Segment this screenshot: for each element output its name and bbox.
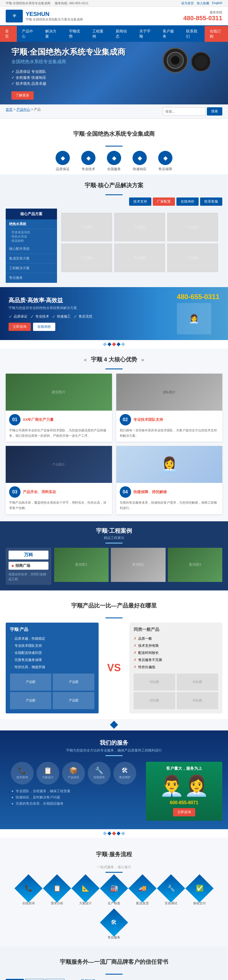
int-label-5: 售后保障 — [158, 167, 172, 172]
hero-more-btn[interactable]: 了解更多 — [11, 91, 34, 100]
process-step-6: 🔧 安装调试 — [160, 877, 182, 905]
comp-other-img-1: 对比图 — [134, 673, 175, 690]
diamond-4: 🏭 — [100, 874, 128, 902]
diamond-8: 🛠 — [100, 908, 128, 937]
sidebar-item-2[interactable]: 核心配件系统 — [6, 244, 57, 254]
diamond-1: 📞 — [14, 874, 43, 902]
process-step-8: 🛠 售后服务 — [103, 911, 125, 940]
int-label-3: 全国服务 — [107, 167, 121, 172]
sidebar-link-5[interactable]: 售后服务 — [9, 275, 54, 280]
deco2-1 — [103, 832, 107, 835]
nav-item-order[interactable]: 在线订购 — [205, 26, 228, 42]
comp-our-2: ✓专业技术团队支持 — [10, 642, 94, 649]
hero-banner: 宇顺·全国绝热水系统专业集成商 全国绝热水系统专业集成商 ✓ 品质保证 专业团队… — [0, 42, 228, 105]
top-bar-homepage[interactable]: 设为首页 — [181, 1, 194, 5]
adv-card-4: 👩‍💼 04 快捷保障、排忧解难 完善的售后服务体系，快速响应客户需求，为您排忧… — [116, 446, 223, 514]
adv-img-4: 👩‍💼 — [116, 446, 223, 483]
sidebar-sub-link-2[interactable]: 绝热水管道 — [11, 234, 51, 239]
diamond-6: 🔧 — [157, 874, 185, 902]
service-person: 👨‍💼👩‍💼 — [150, 774, 218, 797]
diamond-icon-6: 🔧 — [167, 885, 175, 892]
nav-item-advantages[interactable]: 宇顺优势 — [64, 26, 87, 42]
diamond-icon-5: 🚚 — [139, 885, 146, 892]
news-list-header: 最新资讯 — [81, 979, 222, 980]
nav-item-cases[interactable]: 工程案例 — [87, 26, 111, 42]
logo-text: YESHUN — [26, 11, 83, 18]
sidebar-item-5[interactable]: 售后服务 — [6, 273, 57, 283]
qh-4: ✓售后无忧 — [74, 314, 92, 319]
compare-our-items: ✓品质卓越，性能稳定 ✓专业技术团队支持 ✓全国配送快速到货 ✓完善售后服务保障… — [10, 635, 94, 671]
adv-title-1: XX年厂商生产力量 — [23, 417, 54, 422]
service-consult-btn[interactable]: 立即咨询 — [173, 808, 195, 816]
diamond-icon-7: ✅ — [196, 885, 204, 892]
breadcrumb-products[interactable]: 产品中心 — [16, 108, 30, 111]
news-tab-0[interactable]: 行业新闻 — [6, 979, 24, 980]
sidebar-sub-link-1[interactable]: 管道保温系统 — [11, 230, 51, 234]
comp-prod-img-1: 产品图 — [10, 673, 51, 690]
process-step-1: 📞 在线咨询 — [17, 877, 40, 905]
breadcrumb-home[interactable]: 首页 — [6, 108, 13, 111]
diamond-5: 🚚 — [128, 874, 157, 902]
hero-subtitle: 全国绝热水系统专业集成商 — [11, 59, 125, 65]
adv-card-1: 建筑图片 01 XX年厂商生产力量 宇顺公司拥有专业的生产设备和技术团队，为您提… — [6, 374, 112, 442]
quality-quote-btn[interactable]: 在线询价 — [33, 323, 55, 331]
deco-5 — [121, 342, 125, 346]
nav-item-news[interactable]: 新闻动态 — [111, 26, 134, 42]
advantages-title: 宇顺 4 大核心优势 — [91, 356, 137, 363]
advantages-section: « 宇顺 4 大核心优势 » 建筑图片 01 XX年厂商生产力量 宇顺公司拥有专… — [0, 348, 228, 521]
sidebar-link-2[interactable]: 核心配件系统 — [9, 247, 54, 251]
cases-left: 万科 ◆ 招商广场 优质合作伙伴，共同打造精品工程 — [6, 548, 51, 585]
top-bar-hotline: 服务热线: 480-855-0311 — [55, 1, 88, 5]
deco2-5 — [121, 832, 125, 835]
core-product-layout: 核心产品方案 绝热水系统 管道保温系统 绝热水管道 保温材料 核心配件系统 集成… — [6, 208, 222, 283]
sidebar-link-4[interactable]: 工程解决方案 — [9, 266, 54, 270]
compare-vs: VS — [104, 662, 124, 674]
service-icon-5: 🛠 售后维护 — [114, 762, 136, 784]
quality-banner-left: 高品质·高效率·高效益 宇顺为您提供专业的绝热水系统整体解决方案 ✓品质保证 ✓… — [8, 296, 92, 331]
nav-item-home[interactable]: 首页 — [0, 26, 17, 42]
core-tab-tech[interactable]: 技术支持 — [129, 197, 151, 206]
nav-item-service[interactable]: 客户服务 — [157, 26, 181, 42]
search-button[interactable]: 搜索 — [207, 107, 222, 116]
adv-img-2: 团队图片 — [116, 374, 223, 410]
news-tabs: 行业新闻 公司动态 产品知识 — [6, 979, 76, 980]
compare-other: 同类一般产品 ✗品质一般 ✗技术支持有限 ✗配送时间较长 ✗售后服务不完善 ✗性… — [129, 623, 222, 713]
header: 宇 YESHUN 宇顺·全国绝热水系统配乐方案专业集成商 服务热线 480-85… — [0, 7, 228, 26]
core-tab-quote[interactable]: 在线询价 — [177, 197, 199, 206]
news-tab-2[interactable]: 产品知识 — [46, 979, 64, 980]
top-bar-favorite[interactable]: 加入收藏 — [197, 1, 209, 5]
hero-title: 宇顺·全国绝热水系统专业集成商 — [11, 47, 125, 57]
core-tab-factory[interactable]: 厂家配置 — [153, 197, 175, 206]
service-icon-2: 📋 方案设计 — [37, 762, 59, 784]
sidebar-item-3[interactable]: 集成安装方案 — [6, 254, 57, 264]
comp-other-img-4: 对比图 — [177, 692, 218, 709]
quality-consult-btn[interactable]: 立即咨询 — [8, 323, 31, 331]
sidebar-link-1[interactable]: 绝热水系统 — [9, 222, 54, 226]
deco-center-diamond — [0, 719, 228, 730]
compare-product-imgs: 产品图 产品图 产品图 产品图 — [10, 673, 94, 709]
nav-item-products[interactable]: 产品中心 — [17, 26, 40, 42]
sidebar-link-3[interactable]: 集成安装方案 — [9, 256, 54, 261]
sidebar-item-1[interactable]: 绝热水系统 — [6, 220, 57, 229]
sidebar-sub-1: 管道保温系统 绝热水管道 保温材料 — [6, 229, 57, 244]
nav-item-about[interactable]: 关于宇顺 — [134, 26, 157, 42]
news-tab-1[interactable]: 公司动态 — [26, 979, 44, 980]
news-title: 宇顺服务外—一流厂商品牌客户的信任背书 — [6, 952, 222, 972]
adv-header-4: 04 快捷保障、排忧解难 — [120, 486, 219, 498]
sidebar-sub-link-3[interactable]: 保温材料 — [11, 239, 51, 243]
deco-3 — [112, 342, 116, 346]
core-tab-contact[interactable]: 联系客服 — [200, 197, 222, 206]
service-icon-3: 📦 产品供应 — [62, 762, 85, 784]
adv-num-4: 04 — [120, 486, 131, 498]
product-img-1: 产品图1 — [61, 213, 112, 241]
quality-banner-right: 480-655-0311 👩‍💼 — [177, 293, 220, 334]
comp-other-4: ✗售后服务不完善 — [134, 657, 218, 663]
top-bar-english[interactable]: English — [212, 1, 222, 5]
nav-item-solutions[interactable]: 解决方案 — [40, 26, 64, 42]
sidebar-item-4[interactable]: 工程解决方案 — [6, 264, 57, 273]
process-sep — [106, 872, 122, 873]
nav-item-contact[interactable]: 联系我们 — [181, 26, 204, 42]
search-input[interactable] — [163, 107, 206, 116]
adv-header-2: 02 专业技术团队支持 — [120, 414, 219, 425]
breadcrumb-search: 搜索 — [163, 107, 222, 116]
